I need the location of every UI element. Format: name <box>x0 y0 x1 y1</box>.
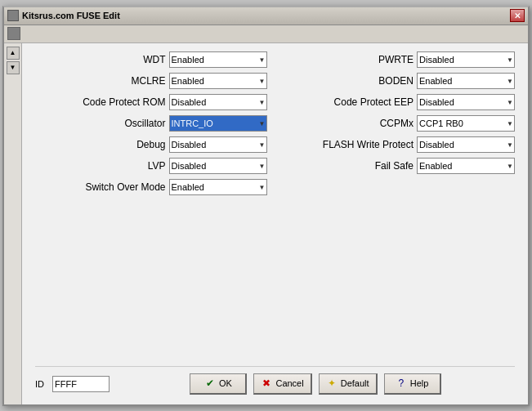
left-select-5[interactable]: DisabledEnabled <box>169 158 267 174</box>
right-select-wrapper-3: CCP1 RB0CCP1 RB3 <box>417 115 515 132</box>
right-field-row-4: FLASH Write ProtectDisabledEnabled <box>284 136 516 153</box>
left-field-row-6: Switch Over ModeEnabledDisabled <box>35 179 267 195</box>
right-column: PWRTEDisabledEnabledBODENEnabledDisabled… <box>284 51 516 195</box>
right-field-label-5: Fail Safe <box>340 160 414 172</box>
left-field-label-3: Oscillator <box>92 118 166 129</box>
right-select-wrapper-1: EnabledDisabled <box>417 73 515 89</box>
sidebar: ▲ ▼ <box>4 43 22 404</box>
left-select-wrapper-6: EnabledDisabled <box>169 179 267 195</box>
left-select-wrapper-0: EnabledDisabled <box>169 51 267 68</box>
right-select-4[interactable]: DisabledEnabled <box>417 136 515 153</box>
left-select-wrapper-1: EnabledDisabled <box>169 73 267 89</box>
id-label: ID <box>35 379 44 389</box>
left-field-row-3: OscillatorINTRC_IOXTHSLPEXTRCEXTRC_IOINT… <box>35 115 267 132</box>
help-button-icon: ? <box>396 377 407 389</box>
right-field-label-0: PWRTE <box>340 54 414 65</box>
default-button-icon: ✦ <box>326 377 338 389</box>
help-button-label: Help <box>410 378 429 388</box>
right-select-1[interactable]: EnabledDisabled <box>417 73 515 89</box>
left-field-label-1: MCLRE <box>92 75 166 87</box>
sidebar-up-btn[interactable]: ▲ <box>7 47 20 60</box>
right-select-2[interactable]: DisabledEnabled <box>417 94 515 110</box>
ok-button-icon: ✔ <box>204 377 216 389</box>
window-icon <box>7 10 19 21</box>
right-select-5[interactable]: EnabledDisabled <box>417 158 515 174</box>
id-input[interactable] <box>52 376 110 392</box>
default-button-label: Default <box>341 378 369 388</box>
close-button[interactable]: ✕ <box>510 9 525 22</box>
buttons-row: ✔OK✖Cancel✦Default?Help <box>116 373 515 395</box>
left-column: WDTEnabledDisabledMCLREEnabledDisabledCo… <box>35 51 267 195</box>
cancel-button[interactable]: ✖Cancel <box>253 373 311 395</box>
right-field-label-2: Code Protect EEP <box>334 96 414 108</box>
left-select-1[interactable]: EnabledDisabled <box>169 73 267 89</box>
left-select-wrapper-4: DisabledEnabled <box>169 136 267 153</box>
title-bar-left: Kitsrus.com FUSE Edit <box>7 10 120 21</box>
main-window: Kitsrus.com FUSE Edit ✕ ▲ ▼ WDTEnabledDi… <box>2 6 530 406</box>
right-select-0[interactable]: DisabledEnabled <box>417 51 515 68</box>
cancel-button-label: Cancel <box>275 378 303 388</box>
left-select-wrapper-2: DisabledEnabled <box>169 94 267 110</box>
help-button[interactable]: ?Help <box>384 373 441 395</box>
right-select-wrapper-0: DisabledEnabled <box>417 51 515 68</box>
right-field-row-3: CCPMxCCP1 RB0CCP1 RB3 <box>284 115 516 132</box>
right-select-wrapper-2: DisabledEnabled <box>417 94 515 110</box>
right-field-row-1: BODENEnabledDisabled <box>284 73 516 89</box>
left-select-2[interactable]: DisabledEnabled <box>169 94 267 110</box>
title-bar: Kitsrus.com FUSE Edit ✕ <box>4 7 528 25</box>
left-select-6[interactable]: EnabledDisabled <box>169 179 267 195</box>
sidebar-down-btn[interactable]: ▼ <box>7 61 20 74</box>
right-field-row-5: Fail SafeEnabledDisabled <box>284 158 516 174</box>
right-field-label-3: CCPMx <box>340 118 414 129</box>
left-field-row-4: DebugDisabledEnabled <box>35 136 267 153</box>
left-select-0[interactable]: EnabledDisabled <box>169 51 267 68</box>
right-field-label-4: FLASH Write Protect <box>323 139 414 150</box>
right-field-label-1: BODEN <box>340 75 414 87</box>
left-select-wrapper-3: INTRC_IOXTHSLPEXTRCEXTRC_IOINTRC <box>169 115 267 132</box>
window-title: Kitsrus.com FUSE Edit <box>22 11 120 20</box>
left-select-4[interactable]: DisabledEnabled <box>169 136 267 153</box>
left-field-row-0: WDTEnabledDisabled <box>35 51 267 68</box>
right-select-wrapper-4: DisabledEnabled <box>417 136 515 153</box>
main-area: ▲ ▼ WDTEnabledDisabledMCLREEnabledDisabl… <box>4 43 528 404</box>
left-field-label-0: WDT <box>92 54 166 65</box>
right-field-row-0: PWRTEDisabledEnabled <box>284 51 516 68</box>
left-select-3[interactable]: INTRC_IOXTHSLPEXTRCEXTRC_IOINTRC <box>169 115 267 132</box>
left-field-label-6: Switch Over Mode <box>85 181 165 193</box>
left-field-row-1: MCLREEnabledDisabled <box>35 73 267 89</box>
fields-area: WDTEnabledDisabledMCLREEnabledDisabledCo… <box>35 51 515 361</box>
left-field-label-2: Code Protect ROM <box>83 96 165 108</box>
left-field-label-4: Debug <box>92 139 166 150</box>
ok-button-label: OK <box>219 378 232 388</box>
cancel-button-icon: ✖ <box>261 377 272 389</box>
right-select-wrapper-5: EnabledDisabled <box>417 158 515 174</box>
left-field-row-5: LVPDisabledEnabled <box>35 158 267 174</box>
toolbar-icon <box>7 27 20 40</box>
bottom-row: ID ✔OK✖Cancel✦Default?Help <box>35 366 515 398</box>
left-select-wrapper-5: DisabledEnabled <box>169 158 267 174</box>
right-select-3[interactable]: CCP1 RB0CCP1 RB3 <box>417 115 515 132</box>
ok-button[interactable]: ✔OK <box>190 373 247 395</box>
left-field-row-2: Code Protect ROMDisabledEnabled <box>35 94 267 110</box>
left-field-label-5: LVP <box>92 160 166 172</box>
content-area: WDTEnabledDisabledMCLREEnabledDisabledCo… <box>22 43 528 404</box>
right-field-row-2: Code Protect EEPDisabledEnabled <box>284 94 516 110</box>
default-button[interactable]: ✦Default <box>319 373 378 395</box>
toolbar <box>4 25 528 43</box>
